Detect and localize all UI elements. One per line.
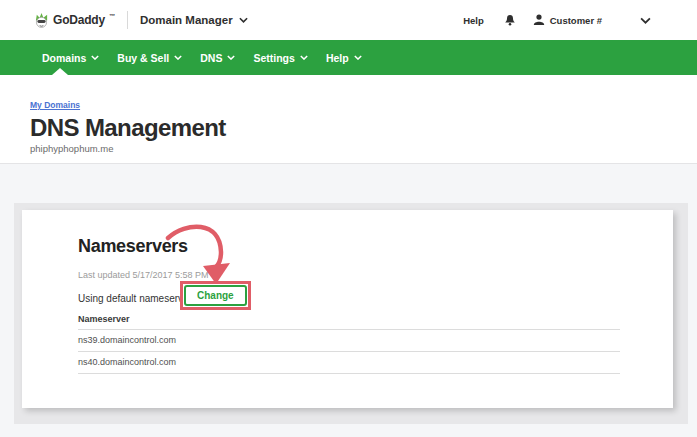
change-nameservers-button[interactable]: Change xyxy=(184,285,247,306)
chevron-down-icon xyxy=(227,55,235,60)
domain-manager-menu[interactable]: Domain Manager xyxy=(140,14,248,26)
logo-divider xyxy=(127,11,128,29)
top-bar: GoDaddy™ Domain Manager Help Cu xyxy=(0,0,697,40)
nav-item-help[interactable]: Help xyxy=(326,52,362,64)
notifications-button[interactable] xyxy=(504,14,516,27)
table-row: ns39.domaincontrol.com xyxy=(78,330,620,352)
screenshot-frame: Nameservers Last updated 5/17/2017 5:58 … xyxy=(14,203,688,424)
logo-wordmark: GoDaddy xyxy=(53,13,105,27)
content-area: Nameservers Last updated 5/17/2017 5:58 … xyxy=(0,164,697,437)
topbar-right: Help Customer # xyxy=(463,14,697,27)
chevron-down-icon xyxy=(174,55,182,60)
nameservers-card: Nameservers Last updated 5/17/2017 5:58 … xyxy=(22,210,673,408)
customer-number-label: Customer # xyxy=(550,15,602,26)
nav-item-buy-sell[interactable]: Buy & Sell xyxy=(117,52,182,64)
nav-label: DNS xyxy=(200,52,222,64)
breadcrumb-my-domains[interactable]: My Domains xyxy=(30,100,80,110)
last-updated-text: Last updated 5/17/2017 5:58 PM xyxy=(78,270,209,280)
chevron-down-icon xyxy=(300,55,308,60)
annotation-highlight-box: Change xyxy=(180,281,251,310)
help-link[interactable]: Help xyxy=(463,15,484,26)
main-nav: Domains Buy & Sell DNS Settings Help xyxy=(0,40,697,75)
page-header: My Domains DNS Management phiphyphophum.… xyxy=(0,75,697,164)
nameservers-heading: Nameservers xyxy=(78,236,188,257)
domain-name: phiphyphophum.me xyxy=(30,143,697,154)
chevron-down-icon xyxy=(354,55,362,60)
page-title: DNS Management xyxy=(30,115,697,141)
chevron-down-icon xyxy=(640,17,651,24)
nav-label: Settings xyxy=(253,52,294,64)
table-header-nameserver: Nameserver xyxy=(78,314,620,330)
nav-label: Buy & Sell xyxy=(117,52,169,64)
godaddy-logo[interactable]: GoDaddy™ xyxy=(34,12,115,28)
nav-item-settings[interactable]: Settings xyxy=(253,52,307,64)
nav-item-dns[interactable]: DNS xyxy=(200,52,235,64)
chevron-down-icon xyxy=(91,55,99,60)
nav-label: Domains xyxy=(42,52,86,64)
nav-item-domains[interactable]: Domains xyxy=(42,52,99,64)
godaddy-mascot-icon xyxy=(34,12,49,28)
trademark-symbol: ™ xyxy=(109,13,115,19)
chevron-down-icon xyxy=(239,17,248,23)
user-icon xyxy=(533,14,545,26)
bell-icon xyxy=(504,14,516,27)
nameserver-table: Nameserver ns39.domaincontrol.com ns40.d… xyxy=(78,314,620,374)
nav-label: Help xyxy=(326,52,349,64)
active-tab-caret xyxy=(52,68,68,75)
table-row: ns40.domaincontrol.com xyxy=(78,352,620,374)
domain-manager-label: Domain Manager xyxy=(140,14,233,26)
account-menu[interactable]: Customer # xyxy=(533,14,602,26)
account-dropdown-toggle[interactable] xyxy=(640,17,651,24)
